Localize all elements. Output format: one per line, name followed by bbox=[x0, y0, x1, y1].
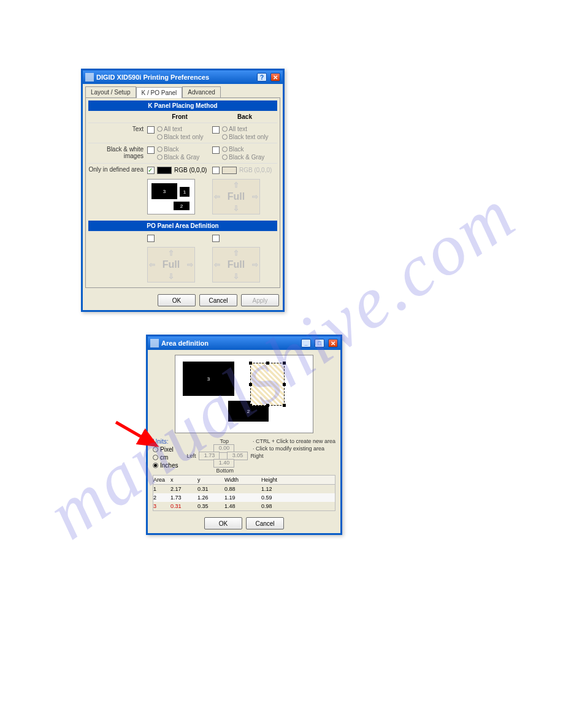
rgb-front-label: RGB (0,0,0) bbox=[174, 167, 207, 173]
po-back-full: ⇧⇩⇦⇨ Full bbox=[212, 247, 260, 282]
checkbox-defined-front[interactable] bbox=[147, 167, 155, 174]
col-head-front: Front bbox=[147, 113, 212, 120]
ok-button[interactable]: OK bbox=[158, 294, 196, 306]
area-preview[interactable]: 3 2 bbox=[175, 355, 313, 433]
title-text: DIGID XID590i Printing Preferences bbox=[96, 74, 209, 81]
left-label: Left bbox=[186, 453, 196, 459]
red-arrow-annotation bbox=[113, 420, 163, 457]
bottom-input[interactable]: 1.40 bbox=[213, 459, 234, 468]
col-y: y bbox=[197, 476, 224, 484]
table-row[interactable]: 3 0.31 0.35 1.48 0.98 bbox=[153, 502, 335, 511]
tab-layout[interactable]: Layout / Setup bbox=[85, 86, 136, 97]
titlebar[interactable]: Area definition _ □ ✕ bbox=[148, 336, 340, 350]
opt-all-text: All text bbox=[164, 126, 182, 132]
checkbox-defined-back[interactable] bbox=[212, 167, 220, 174]
checkbox-bw-front[interactable] bbox=[147, 146, 155, 154]
checkbox-bw-back[interactable] bbox=[212, 146, 220, 154]
row-bw-label: Black & white images bbox=[88, 146, 147, 159]
po-front-full: ⇧⇩⇦⇨ Full bbox=[147, 247, 195, 282]
ok-button[interactable]: OK bbox=[204, 517, 242, 529]
app-icon bbox=[85, 73, 94, 82]
top-label: Top bbox=[220, 438, 229, 444]
col-head-back: Back bbox=[212, 113, 277, 120]
color-swatch-back[interactable] bbox=[222, 167, 237, 174]
tab-strip: Layout / Setup K / PO Panel Advanced bbox=[83, 84, 283, 97]
close-button[interactable]: ✕ bbox=[328, 339, 338, 347]
table-row[interactable]: 1 2.17 0.31 0.88 1.12 bbox=[153, 485, 335, 493]
hint-text: · CTRL + Click to create new area · Clic… bbox=[253, 438, 335, 472]
radio-inches[interactable]: Inches bbox=[153, 462, 178, 469]
title-text: Area definition bbox=[161, 339, 209, 347]
window-icon bbox=[150, 339, 159, 347]
area-definition-dialog: Area definition _ □ ✕ 3 2 Units: Pixel c… bbox=[146, 335, 342, 535]
defined-back-full: ⇧ ⇩ ⇦ ⇨ Full bbox=[212, 179, 260, 214]
rgb-back-label: RGB (0,0,0) bbox=[239, 167, 272, 173]
arrow-down-icon: ⇩ bbox=[233, 204, 239, 213]
titlebar[interactable]: DIGID XID590i Printing Preferences ? ✕ bbox=[83, 70, 283, 84]
arrow-up-icon: ⇧ bbox=[233, 181, 239, 189]
section-k-panel: K Panel Placing Method bbox=[88, 100, 277, 111]
arrow-right-icon: ⇨ bbox=[252, 192, 258, 201]
color-swatch-front[interactable] bbox=[157, 167, 172, 174]
area-table: Area x y Width Height 1 2.17 0.31 0.88 1… bbox=[148, 475, 340, 514]
tab-advanced[interactable]: Advanced bbox=[182, 86, 220, 97]
minimize-button[interactable]: _ bbox=[301, 339, 311, 347]
close-button[interactable]: ✕ bbox=[270, 73, 280, 82]
arrow-left-icon: ⇦ bbox=[214, 192, 220, 201]
col-height: Height bbox=[261, 476, 298, 484]
cancel-button[interactable]: Cancel bbox=[246, 517, 284, 529]
cancel-button[interactable]: Cancel bbox=[199, 294, 237, 306]
tab-pane: K Panel Placing Method Front Back Text A… bbox=[85, 97, 280, 288]
col-area: Area bbox=[153, 476, 170, 484]
apply-button: Apply bbox=[241, 294, 279, 306]
opt-black-text: Black text only bbox=[164, 134, 203, 140]
col-width: Width bbox=[224, 476, 261, 484]
dialog-button-bar: OK Cancel Apply bbox=[83, 290, 283, 310]
checkbox-text-front[interactable] bbox=[147, 126, 155, 134]
help-button[interactable]: ? bbox=[257, 73, 267, 82]
section-po-panel: PO Panel Area Definition bbox=[88, 221, 277, 231]
checkbox-po-back[interactable] bbox=[212, 235, 220, 242]
right-label: Right bbox=[250, 453, 263, 459]
row-defined-label: Only in defined area bbox=[88, 166, 147, 173]
bottom-label: Bottom bbox=[216, 468, 234, 474]
maximize-button[interactable]: □ bbox=[315, 339, 324, 347]
selection-box[interactable] bbox=[250, 363, 285, 406]
checkbox-text-back[interactable] bbox=[212, 126, 220, 134]
row-text-label: Text bbox=[88, 126, 147, 132]
svg-line-0 bbox=[116, 422, 156, 446]
defined-area-thumb-front[interactable]: 3 1 2 bbox=[147, 179, 195, 214]
col-x: x bbox=[170, 476, 197, 484]
table-row[interactable]: 2 1.73 1.26 1.19 0.59 bbox=[153, 493, 335, 502]
printing-preferences-dialog: DIGID XID590i Printing Preferences ? ✕ L… bbox=[81, 69, 285, 312]
tab-k-po-panel[interactable]: K / PO Panel bbox=[136, 87, 183, 98]
checkbox-po-front[interactable] bbox=[147, 235, 155, 242]
